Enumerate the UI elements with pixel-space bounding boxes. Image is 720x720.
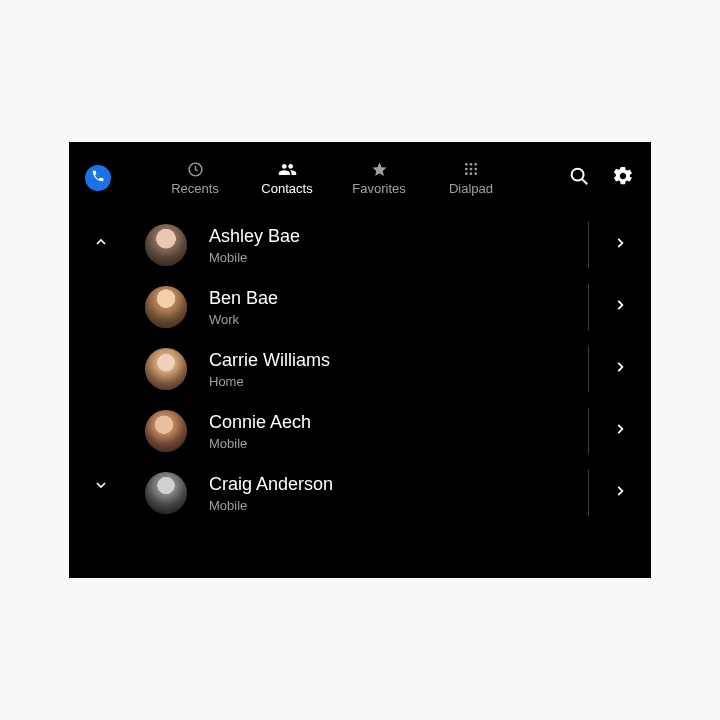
svg-point-10	[572, 169, 584, 181]
contact-info: Craig Anderson Mobile	[209, 473, 589, 513]
svg-point-2	[470, 163, 473, 166]
contact-phone-type: Mobile	[209, 250, 589, 265]
svg-point-3	[474, 163, 477, 166]
svg-point-5	[470, 168, 473, 171]
svg-point-7	[465, 172, 468, 175]
contact-phone-type: Home	[209, 374, 589, 389]
contact-details-button[interactable]	[589, 360, 651, 378]
avatar	[145, 286, 187, 328]
contact-phone-type: Mobile	[209, 498, 589, 513]
divider	[588, 284, 589, 330]
svg-point-4	[465, 168, 468, 171]
phone-icon	[91, 169, 105, 187]
header-actions	[567, 166, 635, 190]
chevron-right-icon	[613, 422, 627, 440]
tab-contacts[interactable]: Contacts	[241, 160, 333, 196]
svg-point-1	[465, 163, 468, 166]
chevron-right-icon	[613, 298, 627, 316]
contact-name: Carrie Williams	[209, 349, 589, 372]
contact-name: Ashley Bae	[209, 225, 589, 248]
avatar	[145, 224, 187, 266]
contact-row[interactable]: Carrie Williams Home	[129, 338, 651, 400]
chevron-down-icon	[93, 477, 109, 497]
contact-details-button[interactable]	[589, 298, 651, 316]
app-header: Recents Contacts Favorites Dialpad	[69, 142, 651, 214]
app-logo	[85, 165, 111, 191]
tab-dialpad[interactable]: Dialpad	[425, 160, 517, 196]
contact-name: Connie Aech	[209, 411, 589, 434]
tab-recents[interactable]: Recents	[149, 160, 241, 196]
chevron-right-icon	[613, 484, 627, 502]
people-icon	[278, 160, 297, 178]
phone-app-screen: Recents Contacts Favorites Dialpad	[69, 142, 651, 578]
svg-point-6	[474, 168, 477, 171]
avatar	[145, 410, 187, 452]
avatar	[145, 348, 187, 390]
contact-details-button[interactable]	[589, 422, 651, 440]
contact-phone-type: Work	[209, 312, 589, 327]
tab-label: Favorites	[352, 181, 405, 196]
contact-info: Carrie Williams Home	[209, 349, 589, 389]
contact-name: Craig Anderson	[209, 473, 589, 496]
contact-row[interactable]: Craig Anderson Mobile	[129, 462, 651, 524]
svg-point-8	[470, 172, 473, 175]
contact-phone-type: Mobile	[209, 436, 589, 451]
contact-details-button[interactable]	[589, 484, 651, 502]
clock-icon	[187, 160, 204, 178]
divider	[588, 222, 589, 268]
chevron-right-icon	[613, 360, 627, 378]
contact-details-button[interactable]	[589, 236, 651, 254]
contact-name: Ben Bae	[209, 287, 589, 310]
contact-row[interactable]: Connie Aech Mobile	[129, 400, 651, 462]
contact-list: Ashley Bae Mobile Ben Bae Work	[129, 214, 651, 524]
scroll-down-button[interactable]	[91, 477, 111, 497]
gear-icon	[612, 165, 634, 191]
search-icon	[568, 165, 590, 191]
content-area: Ashley Bae Mobile Ben Bae Work	[69, 214, 651, 578]
tab-bar: Recents Contacts Favorites Dialpad	[149, 160, 517, 196]
divider	[588, 408, 589, 454]
dialpad-icon	[463, 160, 479, 178]
divider	[588, 470, 589, 516]
contact-info: Ashley Bae Mobile	[209, 225, 589, 265]
tab-label: Contacts	[261, 181, 312, 196]
chevron-up-icon	[93, 234, 109, 254]
settings-button[interactable]	[611, 166, 635, 190]
contact-row[interactable]: Ben Bae Work	[129, 276, 651, 338]
tab-favorites[interactable]: Favorites	[333, 160, 425, 196]
star-icon	[371, 160, 388, 178]
contact-row[interactable]: Ashley Bae Mobile	[129, 214, 651, 276]
avatar	[145, 472, 187, 514]
contact-info: Ben Bae Work	[209, 287, 589, 327]
scroll-up-button[interactable]	[91, 234, 111, 254]
tab-label: Recents	[171, 181, 219, 196]
divider	[588, 346, 589, 392]
search-button[interactable]	[567, 166, 591, 190]
tab-label: Dialpad	[449, 181, 493, 196]
contact-info: Connie Aech Mobile	[209, 411, 589, 451]
svg-point-9	[474, 172, 477, 175]
chevron-right-icon	[613, 236, 627, 254]
